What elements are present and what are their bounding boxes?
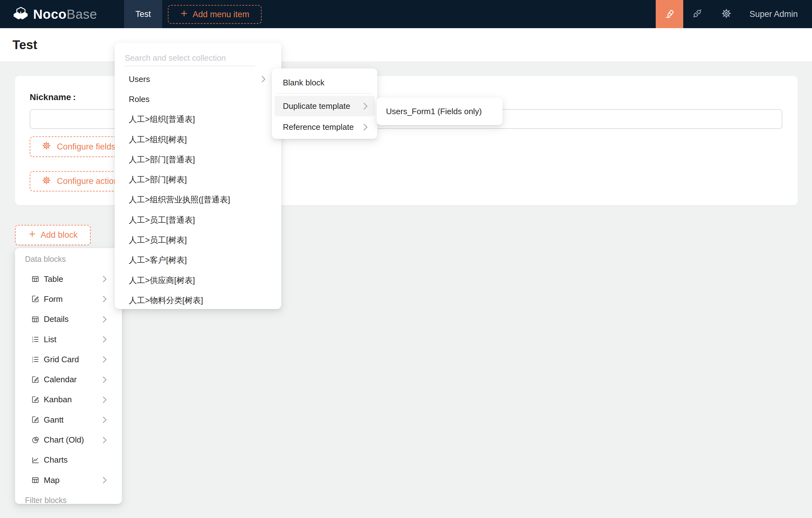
menu-item-list[interactable]: 123 List bbox=[18, 329, 119, 349]
gear-icon bbox=[41, 175, 51, 187]
menu-item-details[interactable]: Details bbox=[18, 309, 119, 329]
table-icon bbox=[31, 275, 39, 283]
collection-item-roles[interactable]: Roles bbox=[115, 89, 281, 109]
menu-item-kanban[interactable]: Kanban bbox=[18, 390, 119, 410]
nocobase-logo-icon bbox=[12, 5, 29, 24]
nocobase-logo-text: NocoBase bbox=[33, 7, 97, 22]
add-block-button[interactable]: Add block bbox=[15, 225, 91, 245]
menu-item-charts[interactable]: Charts bbox=[18, 450, 119, 470]
chevron-right-icon bbox=[103, 416, 107, 423]
plus-icon bbox=[180, 9, 188, 20]
collection-item[interactable]: 人工>客户[树表] bbox=[115, 250, 281, 270]
collection-item-users[interactable]: Users bbox=[115, 69, 281, 89]
collection-search-input[interactable] bbox=[124, 49, 260, 66]
current-user-menu[interactable]: Super Admin bbox=[750, 0, 798, 28]
filter-blocks-group-header: Filter blocks bbox=[25, 495, 66, 504]
menu-item-chart-old[interactable]: Chart (Old) bbox=[18, 430, 119, 450]
nocobase-logo[interactable]: NocoBase bbox=[12, 5, 97, 24]
duplicate-template-submenu: Users_Form1 (Fields only) bbox=[377, 98, 502, 125]
plugin-manager-button[interactable] bbox=[688, 0, 707, 28]
settings-button[interactable] bbox=[717, 0, 736, 28]
form-icon bbox=[31, 376, 39, 384]
form-icon bbox=[31, 416, 39, 424]
pie-chart-icon bbox=[31, 436, 39, 444]
ordered-list-icon: 123 bbox=[31, 335, 39, 344]
chevron-right-icon bbox=[103, 437, 107, 443]
search-divider bbox=[124, 66, 255, 66]
menu-item-duplicate-template[interactable]: Duplicate template bbox=[274, 96, 375, 116]
collection-item[interactable]: 人工>部门[普通表] bbox=[115, 149, 281, 169]
menu-item-reference-template[interactable]: Reference template bbox=[274, 117, 375, 137]
chevron-right-icon bbox=[103, 477, 107, 484]
collection-item[interactable]: 人工>供应商[树表] bbox=[115, 270, 281, 290]
table-icon bbox=[31, 476, 39, 484]
menu-item-table[interactable]: Table bbox=[18, 269, 119, 289]
menu-item-gantt[interactable]: Gantt bbox=[18, 410, 119, 430]
svg-text:3: 3 bbox=[32, 340, 33, 343]
chevron-right-icon bbox=[261, 76, 266, 83]
data-blocks-group-header: Data blocks bbox=[25, 253, 66, 265]
collection-item[interactable]: 人工>组织[树表] bbox=[115, 130, 281, 149]
gear-icon bbox=[41, 141, 51, 153]
collection-item[interactable]: 人工>组织[普通表] bbox=[115, 109, 281, 130]
menu-item-form[interactable]: Form bbox=[18, 289, 119, 309]
menu-item-map[interactable]: Map bbox=[18, 470, 119, 490]
nickname-field-label: Nickname: bbox=[30, 92, 76, 102]
chevron-right-icon bbox=[103, 316, 107, 323]
plug-icon bbox=[692, 8, 703, 20]
chevron-right-icon bbox=[103, 296, 107, 302]
collection-list: Users Roles 人工>组织[普通表] 人工>组织[树表] 人工>部门[普… bbox=[115, 69, 281, 309]
collection-select-menu: Users Roles 人工>组织[普通表] 人工>组织[树表] 人工>部门[普… bbox=[115, 43, 281, 309]
ui-editor-toggle-button[interactable] bbox=[656, 0, 683, 28]
svg-text:3: 3 bbox=[32, 360, 33, 363]
menu-item-users-form1-template[interactable]: Users_Form1 (Fields only) bbox=[379, 100, 500, 122]
menu-item-calendar[interactable]: Calendar bbox=[18, 370, 119, 389]
chevron-right-icon bbox=[103, 376, 107, 383]
chevron-right-icon bbox=[363, 103, 368, 110]
form-icon bbox=[31, 295, 39, 303]
collection-item[interactable]: 人工>员工[普通表] bbox=[115, 210, 281, 230]
block-template-menu: Blank block Duplicate template Reference… bbox=[272, 69, 377, 139]
menu-divider bbox=[276, 93, 373, 94]
table-icon bbox=[31, 315, 39, 323]
collection-item[interactable]: 人工>员工[树表] bbox=[115, 230, 281, 250]
data-blocks-list: Table Form Details 123 List 123 Grid Car… bbox=[18, 269, 119, 490]
plus-icon bbox=[28, 230, 36, 240]
collection-item[interactable]: 人工>物料分类[树表] bbox=[115, 290, 281, 309]
page-title: Test bbox=[12, 28, 37, 61]
chevron-right-icon bbox=[103, 396, 107, 403]
chevron-right-icon bbox=[103, 276, 107, 282]
nav-menu-item-test[interactable]: Test bbox=[124, 0, 162, 28]
highlighter-icon bbox=[664, 8, 675, 20]
chevron-right-icon bbox=[103, 336, 107, 343]
menu-item-blank-block[interactable]: Blank block bbox=[274, 73, 375, 92]
add-block-menu: Data blocks Table Form Details 123 List bbox=[15, 248, 122, 504]
collection-item[interactable]: 人工>组织营业执照([普通表] bbox=[115, 190, 281, 210]
menu-item-grid-card[interactable]: 123 Grid Card bbox=[18, 349, 119, 370]
ordered-list-icon: 123 bbox=[31, 355, 39, 363]
line-chart-icon bbox=[31, 456, 39, 464]
nocobase-app: NocoBase Test Add menu item bbox=[0, 0, 812, 518]
add-menu-item-button[interactable]: Add menu item bbox=[168, 5, 262, 24]
gear-icon bbox=[721, 8, 732, 20]
chevron-right-icon bbox=[103, 356, 107, 363]
collection-item[interactable]: 人工>部门[树表] bbox=[115, 169, 281, 190]
form-icon bbox=[31, 396, 39, 404]
chevron-right-icon bbox=[363, 124, 368, 131]
top-navbar: NocoBase Test Add menu item bbox=[0, 0, 812, 28]
